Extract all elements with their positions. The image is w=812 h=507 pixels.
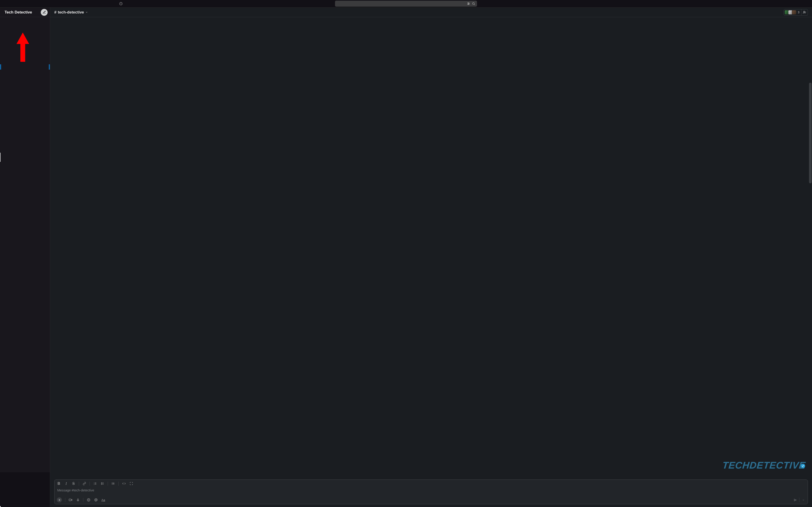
search-bar[interactable]: [335, 1, 477, 7]
sidebar-secondary-indicator-left: [0, 153, 0, 162]
svg-point-2: [468, 3, 468, 3]
add-user-button[interactable]: [802, 9, 808, 15]
scrollbar-thumb[interactable]: [809, 82, 812, 183]
workspace-name: Tech Detective: [5, 10, 32, 15]
send-options-button[interactable]: [801, 498, 805, 502]
mic-button[interactable]: [76, 498, 80, 502]
sidebar-body: [0, 17, 50, 507]
svg-point-21: [101, 484, 102, 484]
svg-marker-9: [16, 33, 29, 62]
italic-button[interactable]: I: [64, 482, 68, 486]
code-block-button[interactable]: [129, 482, 133, 486]
composer-wrap: B I S 123: [50, 480, 812, 507]
svg-point-38: [95, 499, 96, 500]
link-icon: [83, 482, 86, 485]
composer-actions-right: [793, 498, 805, 502]
emoji-button[interactable]: [87, 498, 91, 502]
video-button[interactable]: [68, 498, 72, 502]
channel-title-button[interactable]: # tech-detective: [54, 10, 88, 15]
toolbar-divider: [83, 498, 84, 502]
member-count-button[interactable]: 3: [783, 9, 802, 15]
svg-rect-33: [77, 499, 78, 500]
search-input[interactable]: [337, 2, 465, 5]
channel-header: # tech-detective 3: [50, 8, 812, 17]
bold-button[interactable]: B: [57, 482, 61, 486]
toolbar-divider: [118, 482, 119, 486]
search-icon[interactable]: [472, 2, 475, 5]
body: Tech Detective: [0, 8, 812, 507]
svg-line-8: [474, 4, 475, 5]
emoji-icon: [87, 498, 91, 502]
ordered-list-button[interactable]: 123: [93, 482, 97, 486]
annotation-arrow: [16, 33, 29, 62]
add-user-icon: [803, 10, 806, 14]
blockquote-button[interactable]: [111, 482, 115, 486]
toolbar-divider: [79, 482, 79, 486]
app-root: Tech Detective: [0, 0, 812, 507]
send-button[interactable]: [793, 498, 797, 502]
compose-button[interactable]: [41, 9, 48, 16]
svg-point-23: [101, 484, 102, 485]
mic-icon: [76, 498, 80, 502]
chevron-down-icon: [802, 499, 805, 501]
strikethrough-button[interactable]: S: [71, 482, 75, 486]
svg-point-35: [87, 499, 90, 501]
sidebar-header[interactable]: Tech Detective: [0, 8, 50, 17]
filter-icon[interactable]: [467, 2, 470, 5]
watermark-text: TECHDETECTIVE: [722, 460, 806, 471]
top-bar: [0, 0, 812, 8]
ordered-list-icon: 123: [94, 482, 97, 485]
main-panel: # tech-detective 3: [50, 8, 812, 507]
history-icon: [119, 2, 123, 5]
svg-point-37: [89, 499, 89, 500]
messages-area: TECHDETECTIVE: [50, 17, 812, 480]
formatting-toggle-button[interactable]: Aa: [101, 498, 105, 502]
code-block-icon: [129, 482, 133, 485]
quote-icon: [111, 482, 115, 485]
svg-text:3: 3: [94, 484, 94, 485]
message-input[interactable]: [57, 489, 805, 494]
composer: B I S 123: [54, 480, 808, 504]
send-icon: [794, 498, 797, 502]
history-button[interactable]: [119, 2, 123, 5]
member-count: 3: [798, 11, 799, 14]
composer-actions-left: Aa: [57, 497, 105, 502]
attach-button[interactable]: [57, 497, 62, 502]
bullet-list-icon: [101, 482, 104, 485]
sidebar-bottom-region: [0, 472, 50, 507]
svg-point-10: [804, 11, 805, 12]
mention-icon: [94, 498, 98, 502]
bullet-list-button[interactable]: [100, 482, 104, 486]
link-button[interactable]: [82, 482, 86, 486]
svg-point-19: [101, 483, 102, 483]
sidebar-selection-indicator-left: [0, 64, 1, 70]
video-icon: [69, 498, 72, 502]
channel-header-right: 3: [783, 9, 808, 15]
watermark-badge: [801, 464, 805, 468]
sidebar-selection-indicator-right: [49, 64, 50, 70]
toolbar-divider: [108, 482, 108, 486]
svg-point-4: [469, 3, 469, 4]
code-icon: [122, 482, 126, 485]
channel-name: tech-detective: [58, 10, 84, 15]
composer-format-toolbar: B I S 123: [54, 480, 808, 488]
check-icon: [802, 465, 804, 467]
sidebar: Tech Detective: [0, 8, 50, 507]
code-button[interactable]: [122, 482, 126, 486]
svg-point-36: [88, 499, 88, 500]
avatar: [792, 10, 797, 15]
mention-button[interactable]: [94, 498, 98, 502]
member-avatars: [784, 10, 797, 15]
toolbar-divider: [90, 482, 90, 486]
composer-action-toolbar: Aa: [54, 496, 808, 504]
toolbar-divider: [65, 498, 65, 502]
hash-icon: #: [54, 10, 56, 15]
svg-rect-31: [69, 499, 71, 501]
svg-point-6: [468, 4, 468, 5]
svg-point-7: [472, 3, 474, 4]
composer-input-wrap: [54, 488, 808, 496]
plus-icon: [58, 499, 61, 502]
compose-icon: [43, 10, 46, 14]
chevron-down-icon: [86, 11, 88, 13]
sidebar-bottom-indicator: [0, 506, 1, 507]
